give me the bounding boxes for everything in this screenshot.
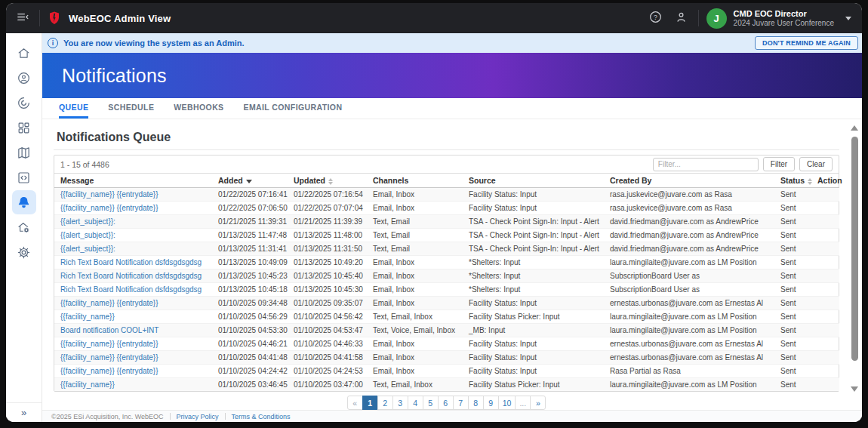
column-header-added[interactable]: Added xyxy=(212,174,288,188)
privacy-policy-link[interactable]: Privacy Policy xyxy=(177,413,219,420)
menu-collapse-button[interactable] xyxy=(14,9,32,27)
column-header-status[interactable]: Status xyxy=(774,174,811,188)
cell-created_by: david.friedman@juvare.com as AndrewPrice xyxy=(604,229,774,242)
page-button-7[interactable]: 7 xyxy=(453,396,469,410)
message-link[interactable]: Rich Text Board Notification dsfdsgdsgds… xyxy=(60,272,202,280)
page-button-9[interactable]: 9 xyxy=(483,396,499,410)
cell-action xyxy=(811,242,839,256)
cell-message: {{alert_subject}}: xyxy=(54,215,212,229)
page-button-3[interactable]: 3 xyxy=(392,396,408,410)
message-link[interactable]: {{facility_name}} {{entrydate}} xyxy=(60,204,159,212)
table-row: {{facility_name}} {{entrydate}}01/22/202… xyxy=(54,188,839,202)
sidebar-expand-button[interactable]: » xyxy=(6,402,42,422)
page-button-1[interactable]: 1 xyxy=(362,396,378,410)
sidebar-item-notifications[interactable] xyxy=(12,190,36,214)
sidebar: » xyxy=(6,33,42,422)
cell-status: Sent xyxy=(774,297,811,310)
cell-created_by: ernestas.urbonas@juvare.com as Ernestas … xyxy=(604,351,774,365)
dont-remind-button[interactable]: DON'T REMIND ME AGAIN xyxy=(755,36,858,50)
cell-message: {{facility_name}} {{entrydate}} xyxy=(54,365,212,378)
page-ellipsis: ... xyxy=(515,396,531,410)
profile-button[interactable] xyxy=(673,9,691,27)
cell-message: {{facility_name}} {{entrydate}} xyxy=(54,351,212,365)
scrollbar-track[interactable] xyxy=(850,131,859,386)
table-row: Board notification COOL+INT01/10/2025 04… xyxy=(54,324,839,337)
filter-button[interactable]: Filter xyxy=(763,157,795,171)
cell-channels: Email, Inbox xyxy=(367,202,463,215)
scrollbar-thumb[interactable] xyxy=(851,137,858,361)
page-button-8[interactable]: 8 xyxy=(468,396,484,410)
help-button[interactable]: ? xyxy=(647,9,665,27)
sidebar-item-plugins[interactable] xyxy=(12,165,36,189)
table-row: {{facility_name}} {{entrydate}}01/22/202… xyxy=(54,202,839,215)
filter-input[interactable] xyxy=(653,158,759,171)
message-link[interactable]: {{facility_name}} xyxy=(60,313,115,321)
cell-action xyxy=(811,310,839,324)
cell-added: 01/10/2025 04:41:48 xyxy=(212,351,288,365)
scroll-down-icon[interactable] xyxy=(851,386,858,392)
sidebar-item-home[interactable] xyxy=(12,41,36,65)
message-link[interactable]: Rich Text Board Notification dsfdsgdsgds… xyxy=(60,258,202,266)
table-row: Rich Text Board Notification dsfdsgdsgds… xyxy=(54,256,839,269)
sidebar-nav xyxy=(12,41,36,265)
page-button-4[interactable]: 4 xyxy=(408,396,423,410)
message-link[interactable]: {{facility_name}} xyxy=(60,380,115,389)
message-link[interactable]: {{alert_subject}}: xyxy=(60,245,115,253)
page-button-6[interactable]: 6 xyxy=(438,396,454,410)
cell-status: Sent xyxy=(774,242,811,256)
sidebar-item-maps[interactable] xyxy=(12,140,36,165)
tab-schedule[interactable]: SCHEDULE xyxy=(108,98,154,119)
cell-updated: 01/10/2025 04:46:33 xyxy=(288,337,367,351)
page-button-5[interactable]: 5 xyxy=(423,396,439,410)
user-menu[interactable]: J CMD EOC Director 2024 Juvare User Conf… xyxy=(706,8,851,29)
cell-added: 01/10/2025 04:56:29 xyxy=(212,310,288,324)
table-header-row: MessageAddedUpdatedChannelsSourceCreated… xyxy=(54,174,839,188)
column-header-message[interactable]: Message xyxy=(54,174,212,188)
sidebar-item-users[interactable] xyxy=(12,66,36,90)
tab-webhooks[interactable]: WEBHOOKS xyxy=(174,98,223,119)
message-link[interactable]: Rich Text Board Notification dsfdsgdsgds… xyxy=(60,285,202,294)
column-header-source[interactable]: Source xyxy=(463,174,604,188)
page-button-2[interactable]: 2 xyxy=(377,396,393,410)
user-circle-icon xyxy=(17,71,31,85)
admin-banner-text: You are now viewing the system as an Adm… xyxy=(63,38,245,48)
topbar-divider xyxy=(698,10,699,26)
cell-created_by: laura.mingilaite@juvare.com as LM Positi… xyxy=(604,324,774,337)
cell-created_by: laura.mingilaite@juvare.com as LM Positi… xyxy=(604,310,774,324)
column-header-updated[interactable]: Updated xyxy=(288,174,367,188)
message-link[interactable]: {{facility_name}} {{entrydate}} xyxy=(60,299,159,307)
message-link[interactable]: {{facility_name}} {{entrydate}} xyxy=(60,190,159,199)
scrollbar[interactable] xyxy=(850,125,859,392)
message-link[interactable]: Board notification COOL+INT xyxy=(60,326,159,334)
section-divider xyxy=(54,149,839,150)
column-header-channels[interactable]: Channels xyxy=(367,174,463,188)
cell-channels: Email, Inbox xyxy=(367,337,463,351)
message-link[interactable]: {{facility_name}} {{entrydate}} xyxy=(60,353,159,362)
cell-updated: 01/13/2025 10:49:20 xyxy=(288,256,367,269)
page-button-10[interactable]: 10 xyxy=(498,396,516,410)
message-link[interactable]: {{facility_name}} {{entrydate}} xyxy=(60,367,159,375)
tab-queue[interactable]: QUEUE xyxy=(59,98,88,119)
page-next-button[interactable]: » xyxy=(530,396,546,410)
page-prev-button[interactable]: « xyxy=(347,396,363,410)
column-header-action[interactable]: Action xyxy=(811,174,839,188)
tab-email-configuration[interactable]: EMAIL CONFIGURATION xyxy=(244,98,343,119)
sidebar-item-agency[interactable] xyxy=(12,215,36,239)
sidebar-item-incidents[interactable] xyxy=(12,91,36,115)
message-link[interactable]: {{alert_subject}}: xyxy=(60,231,115,239)
copyright-text: ©2025 ESi Acquisition, Inc. WebEOC xyxy=(51,413,164,420)
terms-conditions-link[interactable]: Terms & Conditions xyxy=(232,413,291,420)
message-link[interactable]: {{alert_subject}}: xyxy=(60,217,115,226)
cell-source: Facility Status Picker: Input xyxy=(463,310,604,324)
message-link[interactable]: {{facility_name}} {{entrydate}} xyxy=(60,340,159,348)
webeoc-shield-logo-icon xyxy=(48,11,61,26)
cell-status: Sent xyxy=(774,256,811,269)
sidebar-item-settings[interactable] xyxy=(12,240,36,264)
sort-icon xyxy=(808,178,812,185)
cell-channels: Email, Inbox xyxy=(367,351,463,365)
column-header-created_by[interactable]: Created By xyxy=(604,174,774,188)
cell-updated: 01/13/2025 10:45:40 xyxy=(288,269,367,283)
scroll-up-icon[interactable] xyxy=(851,125,858,131)
sidebar-item-boards[interactable] xyxy=(12,115,36,140)
clear-button[interactable]: Clear xyxy=(799,157,833,171)
